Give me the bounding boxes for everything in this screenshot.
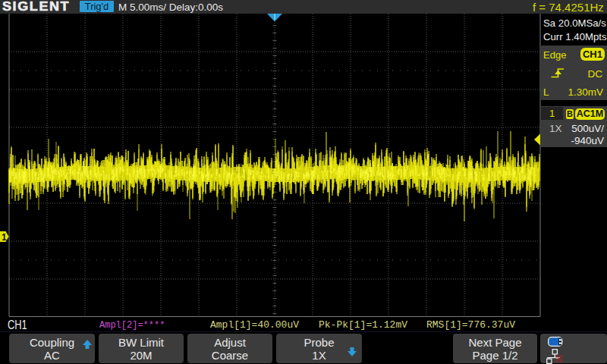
svg-text:1: 1 [2, 232, 7, 243]
